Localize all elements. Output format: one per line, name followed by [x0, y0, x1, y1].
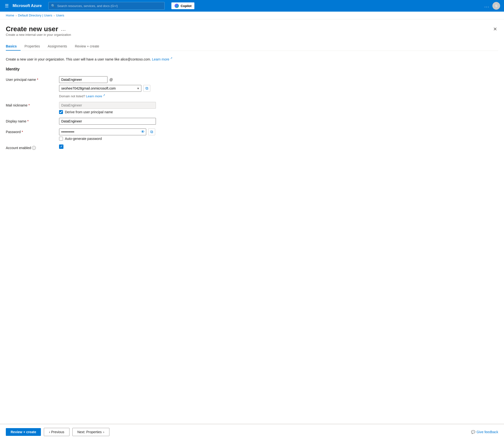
auto-generate-label: Auto-generate password	[65, 137, 102, 141]
search-bar[interactable]: 🔍	[49, 2, 165, 10]
required-star-mail: *	[28, 103, 30, 107]
account-enabled-row: Account enabled i ✓	[6, 145, 498, 150]
display-name-input[interactable]	[59, 118, 156, 125]
tabs: Basics Properties Assignments Review + c…	[6, 42, 498, 51]
user-principal-name-control: @ seohee70428gmail.onmicrosoft.com ⧉ Dom…	[59, 76, 185, 98]
tab-properties[interactable]: Properties	[21, 42, 44, 50]
upn-input[interactable]	[59, 76, 108, 83]
top-nav: ☰ Microsoft Azure 🔍 Copilot ... S	[0, 0, 504, 12]
password-row: Password * 👁 ⧉ Auto-generate password	[6, 129, 498, 141]
page-title-row: Create new user ...	[6, 25, 71, 33]
checkmark-icon: ✓	[60, 145, 63, 148]
intro-text: Create a new user in your organization. …	[6, 57, 498, 61]
breadcrumb-sep-1: ›	[16, 14, 17, 17]
derive-checkbox-label: Derive from user principal name	[65, 110, 113, 114]
account-enabled-label: Account enabled i	[6, 145, 59, 150]
learn-more-link[interactable]: Learn more ↗	[152, 57, 172, 61]
copy-password-button[interactable]: ⧉	[148, 129, 155, 135]
search-input[interactable]	[57, 4, 162, 8]
tab-assignments[interactable]: Assignments	[44, 42, 71, 50]
copilot-label: Copilot	[181, 4, 192, 8]
auto-generate-checkbox[interactable]	[59, 137, 63, 141]
mail-nickname-control: Derive from user principal name	[59, 102, 185, 114]
breadcrumb-home[interactable]: Home	[6, 13, 14, 17]
derive-checkbox[interactable]	[59, 110, 63, 114]
domain-learn-more-link[interactable]: Learn more ↗	[86, 94, 105, 98]
mail-nickname-label: Mail nickname *	[6, 102, 59, 107]
more-button[interactable]: ...	[484, 3, 490, 9]
page-subtitle: Create a new internal user in your organ…	[6, 33, 71, 37]
copilot-icon	[174, 3, 179, 8]
app-title: Microsoft Azure	[12, 4, 42, 8]
main-content: Create new user ... Create a new interna…	[0, 19, 504, 423]
page-title: Create new user	[6, 25, 58, 33]
required-star-pwd: *	[22, 130, 23, 134]
domain-select[interactable]: seohee70428gmail.onmicrosoft.com	[59, 85, 141, 92]
breadcrumb-users[interactable]: Users	[56, 13, 64, 17]
hamburger-menu[interactable]: ☰	[4, 2, 10, 10]
password-input-row: 👁 ⧉	[59, 129, 185, 135]
required-star-upn: *	[37, 78, 38, 82]
page-header: Create new user ... Create a new interna…	[6, 25, 498, 41]
eye-icon: 👁	[141, 130, 145, 134]
svg-point-0	[174, 4, 179, 8]
display-name-control	[59, 118, 185, 125]
copy-pwd-icon: ⧉	[150, 130, 153, 134]
copilot-button[interactable]: Copilot	[171, 2, 194, 9]
domain-select-row: seohee70428gmail.onmicrosoft.com ⧉	[59, 85, 185, 92]
domain-not-listed-text: Domain not listed? Learn more ↗	[59, 94, 185, 98]
search-icon: 🔍	[51, 4, 55, 8]
breadcrumb-directory[interactable]: Default Directory | Users	[18, 13, 52, 17]
toggle-password-button[interactable]: 👁	[141, 130, 145, 134]
at-sign: @	[110, 78, 113, 82]
identity-section-title: Identity	[6, 67, 498, 71]
user-principal-name-label: User principal name *	[6, 76, 59, 82]
derive-checkbox-row: Derive from user principal name	[59, 110, 185, 114]
domain-select-wrapper: seohee70428gmail.onmicrosoft.com	[59, 85, 141, 92]
external-link-icon: ↗	[170, 57, 172, 60]
account-enabled-checkbox[interactable]: ✓	[59, 145, 63, 149]
mail-nickname-row: Mail nickname * Derive from user princip…	[6, 102, 498, 114]
password-input[interactable]	[59, 129, 146, 135]
tab-review-create[interactable]: Review + create	[71, 42, 103, 50]
avatar[interactable]: S	[492, 2, 500, 10]
password-label: Password *	[6, 129, 59, 134]
display-name-row: Display name *	[6, 118, 498, 125]
breadcrumb: Home › Default Directory | Users › Users	[0, 12, 504, 19]
domain-ext-link-icon: ↗	[103, 94, 105, 97]
required-star-display: *	[27, 119, 29, 123]
account-enabled-control: ✓	[59, 145, 185, 149]
mail-nickname-input[interactable]	[59, 102, 156, 109]
copy-domain-button[interactable]: ⧉	[143, 85, 150, 92]
close-button[interactable]: ✕	[492, 25, 498, 33]
password-control: 👁 ⧉ Auto-generate password	[59, 129, 185, 141]
user-principal-name-row: User principal name * @ seohee70428gmail…	[6, 76, 498, 98]
breadcrumb-sep-2: ›	[54, 14, 55, 17]
auto-generate-row: Auto-generate password	[59, 137, 185, 141]
copy-icon: ⧉	[146, 86, 148, 90]
page-more-button[interactable]: ...	[61, 26, 66, 32]
upn-input-row: @	[59, 76, 185, 83]
password-input-wrapper: 👁	[59, 129, 146, 135]
account-enabled-info-icon[interactable]: i	[32, 146, 36, 150]
tab-basics[interactable]: Basics	[6, 42, 21, 50]
display-name-label: Display name *	[6, 118, 59, 123]
